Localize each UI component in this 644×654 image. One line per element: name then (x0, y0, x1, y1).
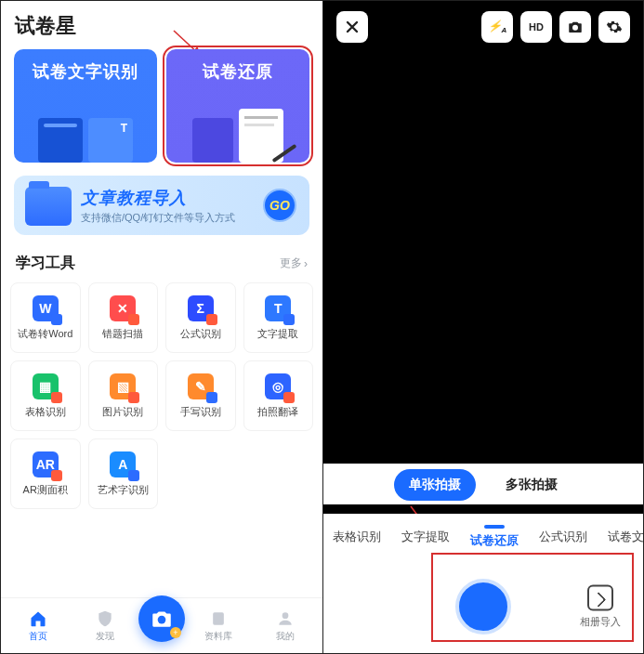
app-title: 试卷星 (1, 1, 322, 49)
tool-icon: Σ (188, 295, 214, 321)
tool-icon: A (110, 451, 136, 477)
import-banner-subtitle: 支持微信/QQ/钉钉文件等导入方式 (81, 211, 235, 225)
import-banner[interactable]: 文章教程导入 支持微信/QQ/钉钉文件等导入方式 GO (14, 176, 309, 235)
tool-label: 表格识别 (25, 405, 66, 419)
camera-category-公式识别[interactable]: 公式识别 (539, 529, 587, 545)
tool-icon: W (33, 295, 59, 321)
tool-错题扫描[interactable]: ✕ 错题扫描 (88, 282, 159, 353)
nav-library[interactable]: 资料库 (185, 609, 252, 643)
hero-card-ocr-label: 试卷文字识别 (33, 60, 138, 83)
tool-试卷转Word[interactable]: W 试卷转Word (10, 282, 81, 353)
camera-category-文字提取[interactable]: 文字提取 (401, 529, 450, 545)
tools-grid: W 试卷转Word✕ 错题扫描Σ 公式识别T 文字提取▦ 表格识别▧ 图片识别✎… (1, 282, 322, 509)
tool-公式识别[interactable]: Σ 公式识别 (165, 282, 236, 353)
flash-button[interactable]: ⚡A (481, 11, 513, 43)
library-icon (209, 609, 228, 628)
tools-more-link[interactable]: 更多 › (280, 255, 308, 271)
hero-card-restore-label: 试卷还原 (203, 60, 273, 83)
close-icon (345, 20, 360, 34)
bottom-nav: 首页 发现 + 资料库 我的 (1, 597, 322, 653)
nav-home[interactable]: 首页 (5, 609, 72, 643)
flash-auto-icon: ⚡A (488, 20, 507, 34)
tool-icon: T (265, 295, 291, 321)
album-icon (587, 585, 613, 611)
home-icon (29, 609, 47, 628)
mode-tabs: 单张拍摄多张拍摄 (323, 469, 643, 501)
hero-card-ocr-illus (14, 107, 157, 163)
tool-表格识别[interactable]: ▦ 表格识别 (10, 360, 81, 431)
gear-icon (606, 19, 623, 35)
tool-label: AR测面积 (23, 483, 68, 497)
mode-tab-单张拍摄[interactable]: 单张拍摄 (394, 469, 476, 501)
tool-label: 图片识别 (102, 405, 143, 419)
chevron-right-icon: › (304, 257, 308, 270)
camera-category-试卷文字识[interactable]: 试卷文字识 (608, 529, 643, 545)
camera-category-tabs: 表格识别文字提取试卷还原公式识别试卷文字识 (323, 514, 643, 560)
right-phone: ⚡A HD 单张拍摄多张拍摄 表格识别文字提取试卷还原公式识别试卷文字识 相册导… (322, 1, 643, 653)
capture-mode-button[interactable] (559, 11, 591, 43)
tool-icon: ✎ (188, 373, 214, 399)
tool-icon: ◎ (265, 373, 291, 399)
tool-icon: ▧ (110, 373, 136, 399)
tool-label: 手写识别 (180, 405, 221, 419)
svg-point-3 (283, 612, 289, 619)
tool-icon: ✕ (110, 295, 136, 321)
tool-label: 试卷转Word (18, 327, 72, 341)
tool-label: 拍照翻译 (257, 405, 298, 419)
album-import-button[interactable]: 相册导入 (580, 585, 621, 629)
tools-section-title: 学习工具 (16, 254, 75, 273)
tool-label: 艺术字识别 (98, 483, 149, 497)
nav-discover[interactable]: 发现 (72, 609, 138, 643)
tool-手写识别[interactable]: ✎ 手写识别 (165, 360, 236, 431)
cat-indicator (484, 525, 505, 529)
go-badge[interactable]: GO (263, 189, 296, 222)
tool-icon: ▦ (33, 373, 59, 399)
tool-拍照翻译[interactable]: ◎ 拍照翻译 (243, 360, 314, 431)
tool-label: 公式识别 (180, 327, 221, 341)
tool-label: 文字提取 (257, 327, 298, 341)
camera-viewfinder (323, 1, 643, 467)
tool-label: 错题扫描 (102, 327, 143, 341)
camera-category-表格识别[interactable]: 表格识别 (333, 529, 381, 545)
user-icon (276, 609, 295, 628)
shutter-button[interactable] (455, 579, 511, 634)
tool-图片识别[interactable]: ▧ 图片识别 (88, 360, 159, 431)
mode-tab-多张拍摄[interactable]: 多张拍摄 (491, 469, 572, 501)
hero-card-restore[interactable]: 试卷还原 (166, 49, 309, 163)
shield-icon (96, 609, 114, 628)
svg-point-1 (158, 615, 166, 623)
hero-card-ocr[interactable]: 试卷文字识别 (14, 49, 157, 163)
hero-card-restore-illus (166, 107, 309, 163)
camera-icon (150, 607, 174, 631)
camera-small-icon (567, 19, 584, 35)
plus-badge-icon: + (170, 627, 181, 638)
camera-category-试卷还原[interactable]: 试卷还原 (470, 525, 519, 549)
fab-camera[interactable]: + (138, 595, 185, 642)
tool-艺术字识别[interactable]: A 艺术字识别 (88, 438, 159, 509)
hd-button[interactable]: HD (520, 11, 552, 43)
svg-point-4 (572, 25, 578, 31)
folder-icon (25, 187, 72, 226)
tool-icon: AR (33, 451, 59, 477)
nav-me[interactable]: 我的 (252, 609, 319, 643)
tool-文字提取[interactable]: T 文字提取 (243, 282, 314, 353)
settings-button[interactable] (598, 11, 630, 43)
import-banner-title: 文章教程导入 (81, 187, 235, 209)
svg-rect-2 (213, 612, 224, 624)
tool-AR测面积[interactable]: AR AR测面积 (10, 438, 81, 509)
left-phone: 试卷星 试卷文字识别 试卷还原 文章教程导入 支持微信/QQ/钉钉文件等导入方式… (1, 1, 322, 653)
close-button[interactable] (336, 11, 368, 43)
camera-bottom-bar: 相册导入 (323, 560, 643, 653)
